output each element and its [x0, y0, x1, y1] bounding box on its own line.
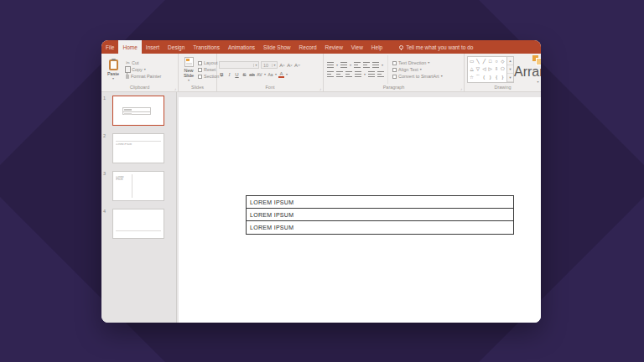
convert-to-smartart-button[interactable]: Convert to SmartArt — [392, 74, 443, 79]
decrease-font-size-button[interactable]: A˅ — [287, 62, 293, 69]
arrange-button[interactable]: Arrange — [514, 55, 541, 84]
columns-icon[interactable] — [368, 71, 375, 77]
tab-view[interactable]: View — [347, 40, 367, 54]
thumbnail-text: LOREM IPSUM — [116, 176, 129, 181]
change-case-button[interactable]: Aa — [267, 71, 273, 78]
arrange-icon — [532, 55, 541, 64]
copy-label: Copy — [132, 67, 143, 72]
align-text-button[interactable]: Align Text — [392, 67, 443, 72]
shape-arrow-left-icon[interactable]: ◁ — [481, 66, 487, 72]
ribbon-group-font: 10 A˄ A˅ A⌯ B I U S ab AV — [217, 54, 324, 91]
italic-button[interactable]: I — [226, 71, 232, 78]
paragraph-group-label: Paragraph — [325, 84, 462, 91]
slide-thumbnail-3[interactable]: LOREM IPSUM — [112, 171, 164, 201]
add-column-icon[interactable] — [377, 71, 384, 77]
character-spacing-button[interactable]: AV — [257, 71, 262, 78]
slide-canvas[interactable]: LOREM IPSUM LOREM IPSUM LOREM IPSUM — [179, 97, 541, 323]
tab-file[interactable]: File — [101, 40, 118, 54]
slide-thumbnail-2[interactable]: LOREM IPSUM — [112, 133, 164, 163]
slide-thumbnail-4[interactable]: LOREM IPSUM — [112, 209, 164, 239]
shape-arrow-right-icon[interactable]: ▷ — [487, 66, 493, 72]
paste-button[interactable]: Paste — [103, 55, 123, 84]
gallery-scroll-down-icon[interactable]: ▼ — [507, 65, 513, 74]
align-right-icon[interactable] — [345, 71, 352, 77]
font-dialog-launcher-icon[interactable] — [319, 86, 321, 90]
shape-arrow-down-icon[interactable]: ⇩ — [494, 66, 500, 72]
table-row[interactable]: LOREM IPSUM — [247, 209, 513, 221]
font-size-combobox[interactable]: 10 — [261, 61, 278, 69]
align-left-icon[interactable] — [327, 71, 334, 77]
shape-line-icon[interactable]: ╲ — [475, 59, 480, 65]
shapes-gallery[interactable]: ▭ ╲ ╱ □ ○ ◇ △ ▽ ◁ ▷ ⇩ — [467, 56, 514, 83]
cut-button[interactable]: ✂ Cut — [126, 60, 161, 65]
shape-paren-open-icon[interactable]: ( — [481, 75, 487, 80]
justify-icon[interactable] — [355, 71, 361, 77]
tab-record[interactable]: Record — [295, 40, 321, 54]
chevron-down-icon — [255, 64, 257, 67]
bold-button[interactable]: B — [219, 71, 225, 78]
tab-home[interactable]: Home — [118, 40, 141, 54]
align-center-icon[interactable] — [336, 71, 343, 77]
align-text-label: Align Text — [398, 67, 418, 72]
clipboard-dialog-launcher-icon[interactable] — [174, 86, 176, 90]
format-painter-button[interactable]: Format Painter — [126, 74, 161, 79]
tell-me-label: Tell me what you want to do — [406, 44, 473, 50]
copy-button[interactable]: Copy — [126, 67, 161, 72]
shape-square-icon[interactable]: □ — [487, 59, 493, 65]
new-slide-button[interactable]: New Slide — [180, 55, 197, 84]
gallery-scroll-up-icon[interactable]: ▲ — [507, 57, 513, 65]
shape-rectangle-icon[interactable]: ▭ — [469, 59, 475, 65]
tab-transitions[interactable]: Transitions — [189, 40, 224, 54]
shape-triangle-icon[interactable]: △ — [469, 66, 475, 72]
tell-me-box[interactable]: Tell me what you want to do — [395, 40, 477, 54]
slide-table[interactable]: LOREM IPSUM LOREM IPSUM LOREM IPSUM — [246, 195, 514, 235]
shape-pentagon-icon[interactable]: ⬠ — [500, 66, 506, 72]
slides-group-label: Slides — [180, 84, 215, 91]
shape-arc-icon[interactable]: ⌒ — [475, 75, 480, 80]
font-name-dropdown-button[interactable] — [253, 64, 258, 67]
shape-star-icon[interactable]: ☆ — [469, 75, 475, 80]
font-size-value: 10 — [262, 63, 272, 68]
underline-button[interactable]: U — [234, 71, 240, 78]
slide-thumbnail-panel: 1 2 LOREM IPSUM 3 LOREM IPSUM — [101, 92, 177, 323]
numbering-icon[interactable] — [340, 62, 347, 68]
table-row[interactable]: LOREM IPSUM — [247, 221, 513, 234]
increase-font-size-button[interactable]: A˄ — [279, 62, 285, 69]
thumbnail-header-graphic: LOREM IPSUM — [116, 136, 161, 142]
new-slide-icon — [184, 57, 194, 67]
shape-diamond-icon[interactable]: ◇ — [500, 59, 506, 65]
text-shadow-button[interactable]: S — [242, 71, 247, 78]
strikethrough-button[interactable]: ab — [249, 71, 255, 78]
shape-circle-icon[interactable]: ○ — [494, 59, 500, 65]
tab-help[interactable]: Help — [367, 40, 387, 54]
text-direction-button[interactable]: Text Direction — [392, 60, 443, 65]
tab-insert[interactable]: Insert — [142, 40, 164, 54]
reset-icon — [198, 68, 202, 72]
font-size-dropdown-button[interactable] — [272, 64, 277, 67]
chevron-down-icon — [286, 73, 288, 76]
gallery-more-icon[interactable]: ▼ — [507, 74, 513, 82]
tab-slide-show[interactable]: Slide Show — [259, 40, 295, 54]
tab-design[interactable]: Design — [164, 40, 189, 54]
shape-brace-open-icon[interactable]: { — [494, 75, 500, 80]
shape-brace-close-icon[interactable]: } — [500, 75, 506, 80]
tab-animations[interactable]: Animations — [224, 40, 259, 54]
paragraph-dialog-launcher-icon[interactable] — [460, 86, 462, 90]
shape-triangle-down-icon[interactable]: ▽ — [475, 66, 480, 72]
clear-formatting-button[interactable]: A⌯ — [294, 62, 300, 69]
bullets-icon[interactable] — [327, 62, 334, 68]
tab-review[interactable]: Review — [321, 40, 347, 54]
arrow-up-icon: ˄ — [283, 63, 284, 67]
chevron-down-icon — [336, 64, 338, 67]
font-name-combobox[interactable] — [219, 61, 259, 69]
table-row[interactable]: LOREM IPSUM — [247, 196, 513, 209]
table-cell-text: LOREM IPSUM — [250, 199, 293, 205]
shape-line2-icon[interactable]: ╱ — [481, 59, 487, 65]
shape-paren-close-icon[interactable]: ) — [487, 75, 493, 80]
increase-indent-icon[interactable] — [363, 62, 370, 68]
decrease-indent-icon[interactable] — [354, 62, 361, 68]
line-spacing-icon[interactable] — [372, 62, 379, 68]
font-color-button[interactable]: A — [278, 71, 284, 78]
slide-thumbnail-1[interactable] — [112, 96, 164, 126]
ribbon-tab-bar: File Home Insert Design Transitions Anim… — [101, 40, 541, 54]
